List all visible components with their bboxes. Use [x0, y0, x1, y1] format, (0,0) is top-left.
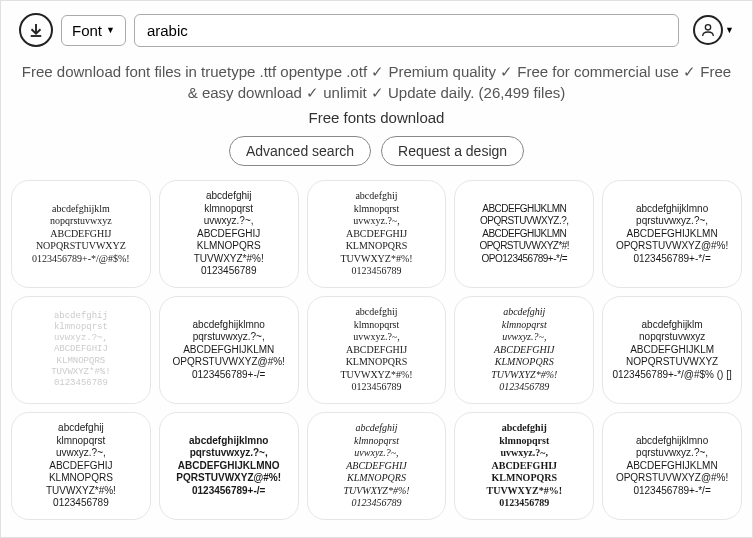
page-subtitle: Free fonts download: [1, 105, 752, 136]
chevron-down-icon: ▼: [725, 25, 734, 35]
search-input[interactable]: [134, 14, 679, 47]
chevron-down-icon: ▼: [106, 25, 115, 35]
font-preview-text: abcdefghij klmnopqrst uvwxyz.?~, ABCDEFG…: [51, 311, 110, 390]
font-card[interactable]: abcdefghij klmnopqrst uvwxyz.?~, ABCDEFG…: [454, 296, 594, 404]
font-preview-text: abcdefghijklmno pqrstuvwxyz.?~, ABCDEFGH…: [173, 319, 285, 382]
font-card[interactable]: abcdefghij klmnopqrst uvwxyz.?~, ABCDEFG…: [11, 412, 151, 520]
font-card[interactable]: abcdefghij klmnopqrst uvwxyz.?~, ABCDEFG…: [307, 180, 447, 288]
request-design-button[interactable]: Request a design: [381, 136, 524, 166]
font-card[interactable]: abcdefghijklmno pqrstuvwxyz.?~, ABCDEFGH…: [159, 296, 299, 404]
user-menu[interactable]: ▼: [693, 15, 734, 45]
font-card[interactable]: abcdefghij klmnopqrst uvwxyz.?~, ABCDEFG…: [307, 412, 447, 520]
font-preview-text: ABCDEFGHIJKLMN OPQRSTUVWXYZ.?, ABCDEFGHI…: [479, 203, 569, 266]
svg-point-0: [705, 25, 710, 30]
top-bar: Font ▼ ▼: [1, 1, 752, 55]
font-card[interactable]: abcdefghijklm nopqrstuvwxyz ABCDEFGHIJ N…: [11, 180, 151, 288]
font-preview-text: abcdefghijklm nopqrstuvwxyz ABCDEFGHIJ N…: [32, 203, 130, 266]
font-card[interactable]: abcdefghij klmnopqrst uvwxyz.?~, ABCDEFG…: [454, 412, 594, 520]
font-card[interactable]: abcdefghij klmnopqrst uvwxyz.?~, ABCDEFG…: [11, 296, 151, 404]
font-preview-text: abcdefghij klmnopqrst uvwxyz.?~, ABCDEFG…: [46, 422, 116, 510]
font-preview-text: abcdefghijklmno pqrstuvwxyz.?~, ABCDEFGH…: [616, 435, 728, 498]
user-icon: [693, 15, 723, 45]
font-card[interactable]: abcdefghij klmnopqrst uvwxyz.?~, ABCDEFG…: [159, 180, 299, 288]
font-preview-text: abcdefghij klmnopqrst uvwxyz.?~, ABCDEFG…: [340, 306, 412, 394]
action-button-row: Advanced search Request a design: [1, 136, 752, 180]
font-card[interactable]: abcdefghijklmno pqrstuvwxyz.?~, ABCDEFGH…: [159, 412, 299, 520]
font-card[interactable]: abcdefghijklm nopqrstuvwxyz ABCDEFGHIJKL…: [602, 296, 742, 404]
font-preview-text: abcdefghijklmno pqrstuvwxyz.?~, ABCDEFGH…: [176, 435, 281, 498]
font-preview-text: abcdefghij klmnopqrst uvwxyz.?~, ABCDEFG…: [491, 306, 557, 394]
tagline: Free download font files in truetype .tt…: [1, 55, 752, 105]
font-preview-text: abcdefghijklm nopqrstuvwxyz ABCDEFGHIJKL…: [612, 319, 731, 382]
font-preview-text: abcdefghij klmnopqrst uvwxyz.?~, ABCDEFG…: [194, 190, 264, 278]
advanced-search-button[interactable]: Advanced search: [229, 136, 371, 166]
font-preview-text: abcdefghij klmnopqrst uvwxyz.?~, ABCDEFG…: [487, 422, 563, 510]
font-preview-text: abcdefghijklmno pqrstuvwxyz.?~, ABCDEFGH…: [616, 203, 728, 266]
logo-download-icon[interactable]: [19, 13, 53, 47]
font-preview-text: abcdefghij klmnopqrst uvwxyz.?~, ABCDEFG…: [343, 422, 409, 510]
font-grid: abcdefghijklm nopqrstuvwxyz ABCDEFGHIJ N…: [1, 180, 752, 520]
font-card[interactable]: ABCDEFGHIJKLMN OPQRSTUVWXYZ.?, ABCDEFGHI…: [454, 180, 594, 288]
font-card[interactable]: abcdefghijklmno pqrstuvwxyz.?~, ABCDEFGH…: [602, 412, 742, 520]
font-card[interactable]: abcdefghij klmnopqrst uvwxyz.?~, ABCDEFG…: [307, 296, 447, 404]
dropdown-label: Font: [72, 22, 102, 39]
category-dropdown[interactable]: Font ▼: [61, 15, 126, 46]
font-preview-text: abcdefghij klmnopqrst uvwxyz.?~, ABCDEFG…: [340, 190, 412, 278]
font-card[interactable]: abcdefghijklmno pqrstuvwxyz.?~, ABCDEFGH…: [602, 180, 742, 288]
